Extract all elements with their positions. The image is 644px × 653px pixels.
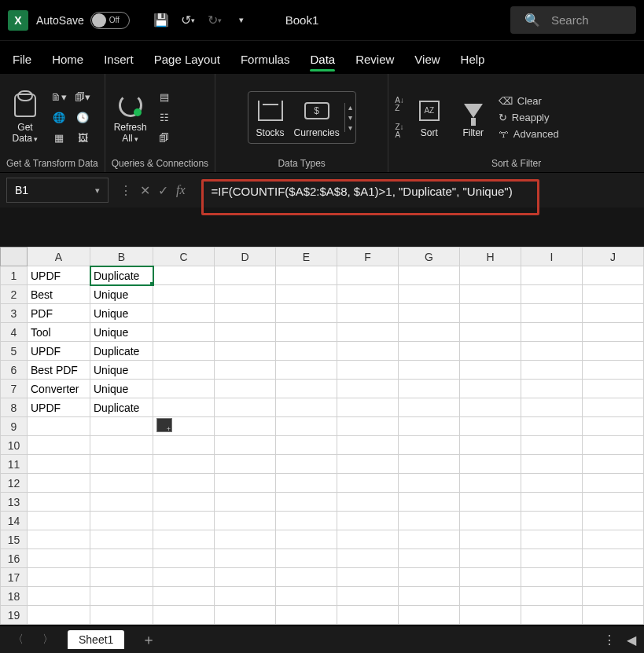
cell-E5[interactable]: [276, 342, 337, 361]
tab-home[interactable]: Home: [52, 46, 83, 74]
cell-J1[interactable]: [583, 266, 644, 285]
cell-E18[interactable]: [276, 587, 337, 606]
cell-I9[interactable]: [521, 417, 583, 436]
cell-D3[interactable]: [215, 304, 276, 323]
cell-A4[interactable]: Tool: [28, 323, 90, 342]
cell-F6[interactable]: [337, 361, 399, 380]
cell-D4[interactable]: [215, 323, 276, 342]
cell-C17[interactable]: [153, 568, 215, 587]
cell-I15[interactable]: [521, 530, 583, 549]
cell-E7[interactable]: [276, 380, 337, 398]
cell-G10[interactable]: [399, 436, 460, 455]
cell-B10[interactable]: [90, 436, 153, 455]
cell-D16[interactable]: [215, 549, 276, 568]
cell-G4[interactable]: [399, 323, 460, 342]
cell-B3[interactable]: Unique: [90, 304, 153, 323]
cell-A3[interactable]: PDF: [28, 304, 90, 323]
sort-desc-button[interactable]: Z↓A: [395, 123, 403, 139]
cell-H16[interactable]: [460, 549, 521, 568]
tab-formulas[interactable]: Formulas: [241, 46, 290, 74]
stocks-button[interactable]: Stocks: [252, 97, 289, 138]
cell-E11[interactable]: [276, 455, 337, 474]
cell-I12[interactable]: [521, 474, 583, 493]
cell-E4[interactable]: [276, 323, 337, 342]
cell-D10[interactable]: [215, 436, 276, 455]
cell-C19[interactable]: [153, 606, 215, 625]
cell-C5[interactable]: [153, 342, 215, 361]
refresh-all-button[interactable]: Refresh All: [112, 91, 149, 143]
cell-I4[interactable]: [521, 323, 583, 342]
toggle-switch[interactable]: Off: [90, 12, 130, 29]
cell-A16[interactable]: [28, 549, 90, 568]
cell-B18[interactable]: [90, 587, 153, 606]
cell-I19[interactable]: [521, 606, 583, 625]
cell-H14[interactable]: [460, 512, 521, 530]
cell-A2[interactable]: Best: [28, 285, 90, 304]
cell-H1[interactable]: [460, 266, 521, 285]
cell-H3[interactable]: [460, 304, 521, 323]
cell-I8[interactable]: [521, 398, 583, 417]
cell-B16[interactable]: [90, 549, 153, 568]
cancel-icon[interactable]: ✕: [140, 183, 150, 198]
from-text-icon[interactable]: 🗎▾: [50, 90, 68, 105]
cell-I7[interactable]: [521, 380, 583, 398]
cell-B5[interactable]: Duplicate: [90, 342, 153, 361]
column-header-I[interactable]: I: [521, 248, 583, 266]
cell-J13[interactable]: [583, 493, 644, 512]
cell-I3[interactable]: [521, 304, 583, 323]
cell-I13[interactable]: [521, 493, 583, 512]
cell-A6[interactable]: Best PDF: [28, 361, 90, 380]
cell-H8[interactable]: [460, 398, 521, 417]
column-header-F[interactable]: F: [337, 248, 399, 266]
cell-E2[interactable]: [276, 285, 337, 304]
cell-G13[interactable]: [399, 493, 460, 512]
cell-F16[interactable]: [337, 549, 399, 568]
qat-dropdown-icon[interactable]: ▾: [232, 11, 251, 30]
cell-H18[interactable]: [460, 587, 521, 606]
cell-G3[interactable]: [399, 304, 460, 323]
cell-D15[interactable]: [215, 530, 276, 549]
cell-D12[interactable]: [215, 474, 276, 493]
cell-I18[interactable]: [521, 587, 583, 606]
cell-F8[interactable]: [337, 398, 399, 417]
collapse-icon[interactable]: ◀: [627, 633, 636, 647]
cell-G6[interactable]: [399, 361, 460, 380]
column-header-G[interactable]: G: [399, 248, 460, 266]
cell-F1[interactable]: [337, 266, 399, 285]
cell-C16[interactable]: [153, 549, 215, 568]
cell-D14[interactable]: [215, 512, 276, 530]
cell-I17[interactable]: [521, 568, 583, 587]
cell-H15[interactable]: [460, 530, 521, 549]
cell-A1[interactable]: UPDF: [28, 266, 90, 285]
reapply-button[interactable]: ↻Reapply: [499, 112, 550, 123]
cell-I10[interactable]: [521, 436, 583, 455]
sheet-tab[interactable]: Sheet1: [68, 630, 124, 649]
cell-G14[interactable]: [399, 512, 460, 530]
cell-A7[interactable]: Converter: [28, 380, 90, 398]
column-header-E[interactable]: E: [276, 248, 337, 266]
row-header-14[interactable]: 14: [1, 512, 28, 530]
column-header-C[interactable]: C: [153, 248, 215, 266]
cell-J3[interactable]: [583, 304, 644, 323]
cell-C13[interactable]: [153, 493, 215, 512]
data-types-gallery[interactable]: Stocks Currencies ▴▾▾: [248, 91, 356, 144]
cell-B8[interactable]: Duplicate: [90, 398, 153, 417]
cell-G19[interactable]: [399, 606, 460, 625]
cell-B13[interactable]: [90, 493, 153, 512]
enter-icon[interactable]: ✓: [158, 183, 168, 198]
cell-I6[interactable]: [521, 361, 583, 380]
cell-B7[interactable]: Unique: [90, 380, 153, 398]
cell-G2[interactable]: [399, 285, 460, 304]
cell-F2[interactable]: [337, 285, 399, 304]
cell-J19[interactable]: [583, 606, 644, 625]
autosave-toggle[interactable]: AutoSave Off: [36, 12, 130, 29]
cell-B11[interactable]: [90, 455, 153, 474]
currencies-button[interactable]: Currencies: [294, 97, 340, 138]
cell-J14[interactable]: [583, 512, 644, 530]
cell-E19[interactable]: [276, 606, 337, 625]
cell-D5[interactable]: [215, 342, 276, 361]
cell-J16[interactable]: [583, 549, 644, 568]
cell-I5[interactable]: [521, 342, 583, 361]
add-sheet-button[interactable]: ＋: [134, 630, 164, 649]
cell-F3[interactable]: [337, 304, 399, 323]
